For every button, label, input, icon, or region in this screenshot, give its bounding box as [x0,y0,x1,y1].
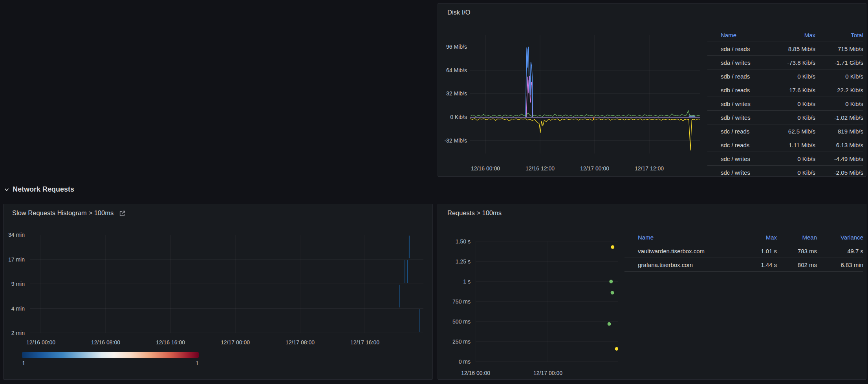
legend-header-mean[interactable]: Mean [777,234,817,241]
legend-value-total: 0 Kib/s [815,101,863,107]
panel-slow-requests-histogram: Slow Requests Histogram > 100ms 34 min17… [3,204,433,380]
legend-row: sda / writes-73.8 Kib/s-1.71 Gib/s [707,56,863,69]
legend-series-name[interactable]: sdb / reads [721,87,769,93]
axis-tick-label: 12/17 00:00 [580,165,609,172]
legend-series-name[interactable]: sdb / writes [721,101,769,107]
scatter-point [609,280,613,283]
legend-row: sdb / writes0 Kib/s-1.02 Mib/s [707,111,863,124]
legend-header-variance[interactable]: Variance [817,234,863,241]
axis-tick-label: 2 min [4,329,25,337]
legend-value-total: -1.71 Gib/s [815,59,863,66]
section-title: Network Requests [13,185,74,194]
axis-tick-label: 1.25 s [438,258,471,265]
legend-row: sdb / reads17.6 Kib/s22.2 Kib/s [707,83,863,97]
histogram-chart-plot[interactable] [30,235,423,333]
external-link-icon[interactable] [119,210,126,217]
legend-series-name[interactable]: sdc / reads [721,142,769,148]
legend-row: sdc / writes0 Kib/s-2.05 Mib/s [707,166,863,177]
axis-tick-label: 12/17 00:00 [221,338,250,346]
disk-chart-plot[interactable] [470,35,700,154]
legend-value-total: -4.49 Mib/s [815,155,863,162]
requests-chart-plot[interactable] [476,241,618,362]
heatmap-cell [419,309,420,332]
legend-value-mean: 802 ms [777,261,817,268]
heatmap-cell [399,285,400,307]
legend-row: sdc / writes0 Kib/s-4.49 Mib/s [707,152,863,166]
legend-value-max: 17.6 Kib/s [769,87,815,93]
legend-value-max: 1.44 s [741,261,777,268]
legend-value-max: 8.85 Mib/s [769,46,815,52]
legend-value-total: 715 Mib/s [815,46,863,52]
legend-series-name[interactable]: sdb / writes [721,114,769,121]
heatmap-color-scale-labels: 1 1 [22,360,199,366]
legend-value-total: -1.02 Mib/s [815,114,863,121]
legend-header-max[interactable]: Max [769,32,815,38]
axis-tick-label: 12/16 00:00 [471,165,500,172]
axis-tick-label: 4 min [4,305,25,313]
legend-series-name[interactable]: grafana.tiserbox.com [638,261,741,268]
heatmap-cell [405,260,405,283]
panel-title-requests[interactable]: Requests > 100ms [447,209,502,217]
requests-legend-table: Name Max Mean Variance vaultwarden.tiser… [624,231,863,272]
series-sda-reads-green- [470,111,700,117]
axis-tick-label: 1 s [438,278,471,285]
disk-legend-header: Name Max Total [707,29,863,42]
panel-title-slow-requests[interactable]: Slow Requests Histogram > 100ms [12,209,114,217]
color-scale-max: 1 [196,360,199,366]
legend-series-name[interactable]: sdc / reads [721,128,769,135]
legend-value-max: 0 Kib/s [769,169,815,176]
legend-series-name[interactable]: sda / reads [721,46,769,52]
axis-tick-label: 12/16 16:00 [156,338,185,346]
axis-tick-label: 12/16 12:00 [526,165,555,172]
scatter-point [611,291,614,294]
scatter-point [608,322,611,326]
legend-series-name[interactable]: vaultwarden.tiserbox.com [638,248,741,254]
legend-header-max[interactable]: Max [741,234,777,241]
axis-tick-label: -32 Mib/s [438,137,467,144]
panel-requests: Requests > 100ms 1.50 s1.25 s1 s750 ms50… [438,204,866,380]
legend-value-variance: 49.7 s [817,248,863,254]
legend-value-total: 819 Mib/s [815,128,863,135]
legend-series-name[interactable]: sdc / writes [721,155,769,162]
row-header-network-requests[interactable]: Network Requests [4,185,74,194]
legend-value-max: 62.5 Mib/s [769,128,815,135]
legend-header-name[interactable]: Name [638,234,741,241]
axis-tick-label: 0 Kib/s [438,113,467,121]
axis-tick-label: 12/17 12:00 [635,165,664,172]
axis-tick-label: 0 ms [438,358,471,366]
legend-value-total: 6.13 Mib/s [815,142,863,148]
legend-row: sdb / writes0 Kib/s0 Kib/s [707,97,863,111]
legend-row: vaultwarden.tiserbox.com1.01 s783 ms49.7… [624,244,863,258]
axis-tick-label: 12/16 08:00 [91,338,120,346]
panel-title-disk-io[interactable]: Disk I/O [447,9,471,16]
axis-tick-label: 750 ms [438,298,471,305]
legend-series-name[interactable]: sdc / writes [721,169,769,176]
legend-value-max: 0 Kib/s [769,101,815,107]
requests-legend-header: Name Max Mean Variance [624,231,863,244]
legend-header-name[interactable]: Name [721,32,769,38]
axis-tick-label: 9 min [4,280,25,288]
scatter-point [611,245,614,249]
heatmap-color-scale [22,352,199,358]
axis-tick-label: 1.50 s [438,238,471,245]
axis-tick-label: 17 min [4,256,25,263]
legend-value-total: 0 Kib/s [815,73,863,80]
legend-series-name[interactable]: sdb / reads [721,73,769,80]
axis-tick-label: 34 min [4,231,25,239]
color-scale-min: 1 [22,360,25,366]
axis-tick-label: 12/16 00:00 [461,369,490,377]
axis-tick-label: 12/16 00:00 [26,338,55,346]
axis-tick-label: 250 ms [438,338,471,346]
legend-row: grafana.tiserbox.com1.44 s802 ms6.83 min [624,258,863,272]
heatmap-cell [409,236,410,258]
legend-row: sdb / reads0 Kib/s0 Kib/s [707,69,863,83]
axis-tick-label: 12/17 16:00 [350,338,379,346]
scatter-point [615,347,619,351]
legend-row: sda / reads8.85 Mib/s715 Mib/s [707,42,863,56]
legend-header-total[interactable]: Total [815,32,863,38]
series-sda-writes-yellow- [470,119,700,150]
axis-tick-label: 32 Mib/s [438,90,467,97]
legend-series-name[interactable]: sda / writes [721,59,769,66]
axis-tick-label: 96 Mib/s [438,43,467,51]
legend-value-max: 0 Kib/s [769,114,815,121]
